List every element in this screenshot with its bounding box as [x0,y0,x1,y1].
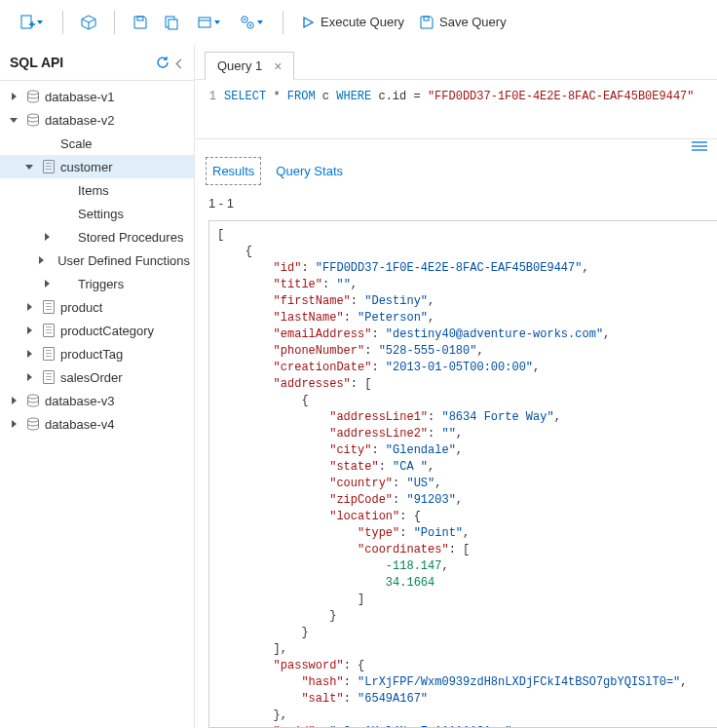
document-icon [41,370,57,384]
tree-item-customer[interactable]: customer [0,155,194,178]
menu-icon[interactable] [692,141,707,151]
tree-item-items[interactable]: Items [0,178,194,202]
tree-item-label: database-v3 [45,394,115,408]
tree-item-productcategory[interactable]: productCategory [0,319,194,342]
chevron-right-icon[interactable] [39,256,45,264]
tab-query[interactable]: Query 1 × [205,52,294,80]
query-text: SELECT * FROM c WHERE c.id = "FFD0DD37-1… [224,90,695,103]
svg-rect-8 [199,18,210,27]
splitter[interactable] [195,138,717,152]
tree-item-database-v2[interactable]: database-v2 [0,108,194,132]
database-icon [25,113,41,127]
chevron-right-icon[interactable] [6,93,21,100]
svg-rect-0 [21,16,31,28]
chevron-right-icon[interactable] [21,303,37,311]
separator [114,11,115,34]
collapse-icon[interactable] [177,56,184,70]
svg-point-17 [28,114,39,118]
tree-item-label: database-v1 [45,90,115,104]
toolbar: Execute Query Save Query [0,0,717,45]
tree: database-v1database-v2ScalecustomerItems… [0,81,194,440]
tree-item-user-defined-functions[interactable]: User Defined Functions [0,249,194,272]
svg-point-13 [249,24,251,26]
new-item-button[interactable] [12,9,51,36]
close-icon[interactable]: × [274,59,282,73]
tree-item-label: Triggers [78,277,124,291]
tab-query-stats[interactable]: Query Stats [272,160,347,182]
svg-rect-15 [424,17,429,20]
tree-item-label: database-v2 [45,113,115,128]
save-icon [420,16,434,29]
content-area: Query 1 × 1 SELECT * FROM c WHERE c.id =… [195,45,717,728]
chevron-right-icon[interactable] [6,420,21,428]
tree-item-label: Scale [60,136,93,151]
sidebar-header: SQL API [0,49,194,81]
database-icon [25,394,41,407]
tree-item-label: User Defined Functions [57,253,190,268]
tree-item-salesorder[interactable]: salesOrder [0,365,194,389]
chevron-down-icon[interactable] [21,165,37,170]
tree-item-label: product [60,300,102,315]
document-icon [41,324,57,337]
document-icon [41,160,57,173]
tree-item-triggers[interactable]: Triggers [0,272,194,295]
tree-item-product[interactable]: product [0,295,194,319]
save-query-button[interactable]: Save Query [414,9,512,36]
tree-item-scale[interactable]: Scale [0,132,194,155]
chevron-down-icon [214,20,220,24]
tree-item-label: productCategory [60,324,154,338]
tree-item-label: salesOrder [60,370,123,385]
tab-label: Query 1 [217,58,262,73]
refresh-icon[interactable] [156,56,170,69]
save-button-icon[interactable] [127,9,154,36]
execute-query-label: Execute Query [321,15,404,29]
svg-point-18 [28,395,39,399]
document-icon [41,300,57,314]
query-editor[interactable]: 1 SELECT * FROM c WHERE c.id = "FFD0DD37… [195,80,717,138]
chevron-down-icon[interactable] [6,118,21,123]
svg-marker-14 [304,18,313,27]
tree-item-label: Items [78,183,109,198]
tree-item-label: productTag [60,347,123,362]
chevron-right-icon[interactable] [39,280,55,287]
chevron-down-icon [257,20,263,24]
result-tabs: Results Query Stats [195,152,717,188]
svg-rect-5 [137,17,143,20]
tree-item-label: customer [60,160,112,174]
svg-point-16 [28,91,39,95]
cube-button[interactable] [75,9,102,36]
chevron-right-icon[interactable] [6,397,21,404]
tab-results[interactable]: Results [208,160,258,182]
separator [62,11,63,34]
tree-item-label: Settings [78,207,124,221]
tree-item-database-v4[interactable]: database-v4 [0,412,194,436]
tree-item-settings[interactable]: Settings [0,202,194,225]
execute-query-button[interactable]: Execute Query [295,9,410,36]
settings-button[interactable] [232,9,271,36]
svg-rect-7 [169,19,177,29]
chevron-right-icon[interactable] [39,233,55,241]
save-query-label: Save Query [439,15,507,29]
line-number: 1 [195,90,224,103]
json-output[interactable]: [ { "id": "FFD0DD37-1F0E-4E2E-8FAC-EAF45… [208,220,717,728]
chevron-right-icon[interactable] [21,350,37,358]
open-button[interactable] [189,9,228,36]
sidebar-title: SQL API [10,55,63,70]
tree-item-stored-procedures[interactable]: Stored Procedures [0,225,194,249]
tree-item-producttag[interactable]: productTag [0,342,194,365]
document-icon [41,347,57,361]
chevron-right-icon[interactable] [21,373,37,381]
chevron-down-icon [37,20,43,24]
svg-point-19 [28,418,39,422]
database-icon [25,417,41,431]
chevron-right-icon[interactable] [21,326,37,334]
svg-point-12 [244,19,245,20]
tree-item-database-v3[interactable]: database-v3 [0,389,194,412]
result-range: 1 - 1 [195,188,717,216]
tree-item-label: Stored Procedures [78,230,183,245]
copy-button[interactable] [158,9,185,36]
play-icon [301,16,315,29]
tabs-row: Query 1 × [195,45,717,80]
tree-item-database-v1[interactable]: database-v1 [0,85,194,108]
tree-item-label: database-v4 [45,417,115,432]
